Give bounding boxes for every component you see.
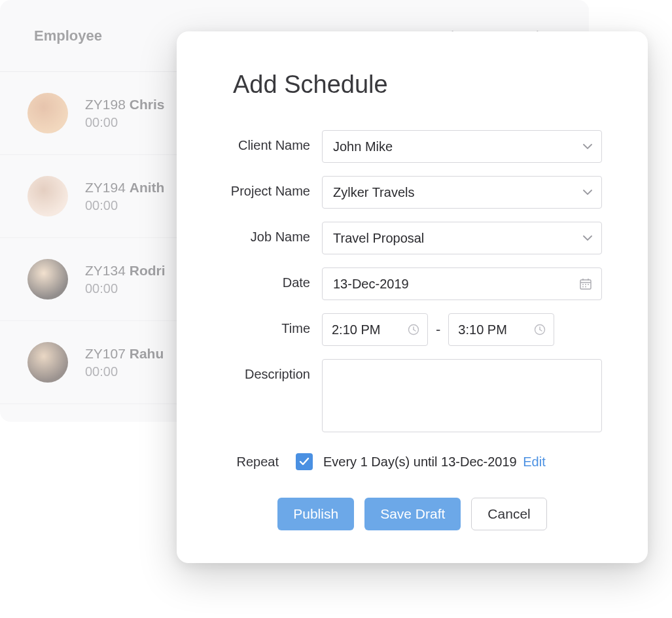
employee-id-name: ZY134 Rodri [85, 263, 166, 279]
cancel-button[interactable]: Cancel [471, 498, 546, 530]
project-name-select[interactable]: Zylker Travels [322, 176, 602, 209]
repeat-label: Repeat [222, 455, 296, 470]
employee-id-name: ZY107 Rahu [85, 346, 164, 362]
calendar-icon [579, 277, 592, 290]
modal-title: Add Schedule [233, 71, 602, 99]
save-draft-button[interactable]: Save Draft [364, 498, 461, 530]
svg-line-14 [540, 330, 542, 331]
date-input[interactable]: 13-Dec-2019 [322, 267, 602, 300]
time-label: Time [222, 313, 322, 336]
client-name-value: John Mike [333, 139, 393, 154]
job-name-select[interactable]: Travel Proposal [322, 222, 602, 254]
svg-line-11 [414, 330, 416, 331]
project-name-label: Project Name [222, 176, 322, 199]
employee-id-name: ZY194 Anith [85, 180, 164, 196]
avatar [27, 93, 68, 133]
date-label: Date [222, 267, 322, 290]
clock-icon [534, 324, 546, 335]
clock-icon [408, 324, 419, 335]
description-label: Description [222, 359, 322, 382]
description-textarea[interactable] [322, 359, 602, 432]
employee-id-name: ZY198 Chris [85, 97, 164, 112]
job-name-value: Travel Proposal [333, 231, 424, 246]
svg-point-6 [588, 284, 589, 285]
svg-point-4 [582, 284, 584, 285]
check-icon [299, 457, 309, 466]
date-value: 13-Dec-2019 [333, 277, 409, 292]
time-end-input[interactable]: 3:10 PM [448, 313, 554, 346]
employee-time: 00:00 [85, 281, 166, 296]
chevron-down-icon [583, 144, 592, 149]
time-start-input[interactable]: 2:10 PM [322, 313, 428, 346]
client-name-label: Client Name [222, 130, 322, 153]
avatar [27, 342, 68, 383]
time-start-value: 2:10 PM [332, 322, 380, 337]
avatar [27, 259, 68, 300]
time-separator: - [436, 321, 440, 338]
employee-time: 00:00 [85, 115, 164, 130]
chevron-down-icon [583, 235, 592, 241]
repeat-text: Every 1 Day(s) until 13-Dec-2019 Edit [323, 455, 546, 470]
svg-point-8 [585, 286, 586, 288]
add-schedule-modal: Add Schedule Client Name John Mike Proje… [177, 31, 648, 563]
repeat-edit-link[interactable]: Edit [523, 455, 545, 469]
chevron-down-icon [583, 190, 592, 195]
job-name-label: Job Name [222, 222, 322, 245]
repeat-checkbox[interactable] [296, 453, 313, 470]
time-end-value: 3:10 PM [458, 322, 506, 337]
employee-time: 00:00 [85, 364, 164, 379]
employee-time: 00:00 [85, 198, 164, 213]
publish-button[interactable]: Publish [277, 498, 354, 530]
avatar [27, 176, 68, 216]
svg-point-5 [585, 284, 586, 285]
project-name-value: Zylker Travels [333, 185, 414, 200]
client-name-select[interactable]: John Mike [322, 130, 602, 163]
svg-point-7 [582, 286, 584, 288]
